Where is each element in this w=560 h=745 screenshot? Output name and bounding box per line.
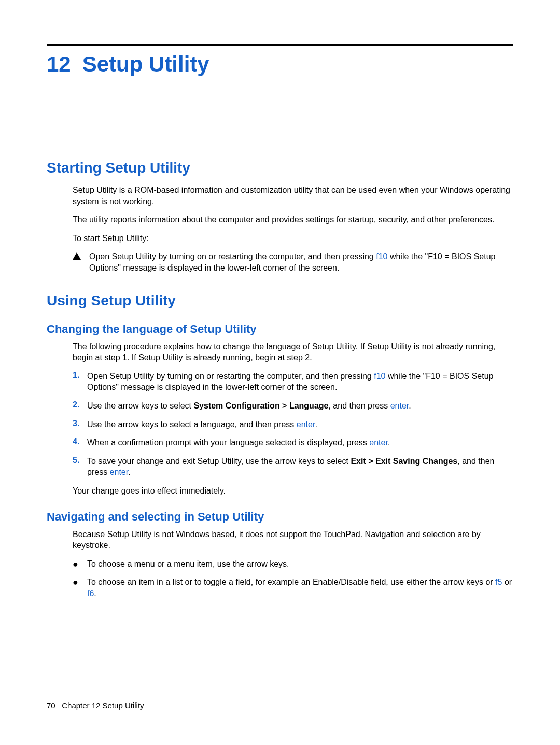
paragraph: Your change goes into effect immediately… <box>73 485 513 497</box>
section-heading-using: Using Setup Utility <box>47 292 513 309</box>
list-item: ●To choose a menu or a menu item, use th… <box>73 558 513 570</box>
text-run: or <box>502 578 512 586</box>
text-run: Use the arrow keys to select <box>87 401 193 410</box>
page-number: 70 <box>47 701 55 710</box>
list-number: 5. <box>73 456 87 465</box>
list-number: 4. <box>73 437 87 446</box>
chapter-title: 12Setup Utility <box>47 52 513 77</box>
list-number: 2. <box>73 400 87 410</box>
text-run: Open Setup Utility by turning on or rest… <box>87 372 374 381</box>
text-run: When a confirmation prompt with your lan… <box>87 438 369 447</box>
text-run: Open Setup Utility by turning on or rest… <box>89 252 376 261</box>
list-item: 1.Open Setup Utility by turning on or re… <box>73 371 513 393</box>
document-page: 12Setup Utility Starting Setup Utility S… <box>0 0 560 745</box>
paragraph: The following procedure explains how to … <box>73 341 513 363</box>
chapter-number: 12 <box>47 52 71 77</box>
triangle-up-icon <box>73 252 81 260</box>
subsection-heading-language: Changing the language of Setup Utility <box>47 322 513 336</box>
text-run: Exit > Exit Saving Changes <box>351 457 457 466</box>
key-name: enter <box>390 401 409 410</box>
text-run: . <box>128 468 130 476</box>
text-run: . <box>409 401 411 410</box>
paragraph: Because Setup Utility is not Windows bas… <box>73 529 513 551</box>
text-run: . <box>94 589 96 598</box>
list-text: When a confirmation prompt with your lan… <box>87 437 513 448</box>
text-run: , and then press <box>328 401 390 410</box>
list-text: Open Setup Utility by turning on or rest… <box>87 371 513 393</box>
bullet-list: ●To choose a menu or a menu item, use th… <box>73 558 513 599</box>
list-item: 4.When a confirmation prompt with your l… <box>73 437 513 448</box>
triangle-step-list: Open Setup Utility by turning on or rest… <box>73 251 513 273</box>
list-item: 5.To save your change and exit Setup Uti… <box>73 456 513 478</box>
list-item: 2.Use the arrow keys to select System Co… <box>73 400 513 412</box>
text-run: To choose an item in a list or to toggle… <box>87 578 495 586</box>
list-number: 1. <box>73 371 87 380</box>
key-name: enter <box>297 420 315 429</box>
ordered-list: 1.Open Setup Utility by turning on or re… <box>73 371 513 478</box>
key-name: f6 <box>87 589 94 598</box>
paragraph: The utility reports information about th… <box>73 214 513 226</box>
step-item: Open Setup Utility by turning on or rest… <box>73 251 513 273</box>
bullet-icon: ● <box>73 577 87 587</box>
page-footer: 70 Chapter 12 Setup Utility <box>47 701 144 710</box>
key-name: enter <box>369 438 388 447</box>
text-run: To choose a menu or a menu item, use the… <box>87 559 289 568</box>
text-run: Use the arrow keys to select a language,… <box>87 420 297 429</box>
bullet-icon: ● <box>73 558 87 569</box>
list-item: ●To choose an item in a list or to toggl… <box>73 577 513 599</box>
list-item: 3.Use the arrow keys to select a languag… <box>73 419 513 430</box>
list-text: To save your change and exit Setup Utili… <box>87 456 513 478</box>
text-run: System Configuration > Language <box>193 401 328 410</box>
text-run: . <box>388 438 390 447</box>
text-run: To save your change and exit Setup Utili… <box>87 457 351 466</box>
list-text: To choose a menu or a menu item, use the… <box>87 558 513 570</box>
list-text: To choose an item in a list or to toggle… <box>87 577 513 599</box>
chapter-name: Setup Utility <box>82 52 209 76</box>
subsection-heading-nav: Navigating and selecting in Setup Utilit… <box>47 510 513 524</box>
key-name: f10 <box>376 252 387 261</box>
list-number: 3. <box>73 419 87 428</box>
footer-chapter-label: Chapter 12 Setup Utility <box>62 701 144 710</box>
horizontal-rule <box>47 44 513 46</box>
paragraph: To start Setup Utility: <box>73 233 513 244</box>
text-run: . <box>315 420 317 429</box>
key-name: enter <box>110 468 129 476</box>
key-name: f5 <box>495 578 502 586</box>
step-text: Open Setup Utility by turning on or rest… <box>89 251 513 273</box>
section-heading-starting: Starting Setup Utility <box>47 160 513 176</box>
list-text: Use the arrow keys to select System Conf… <box>87 400 513 412</box>
list-text: Use the arrow keys to select a language,… <box>87 419 513 430</box>
paragraph: Setup Utility is a ROM-based information… <box>73 185 513 207</box>
key-name: f10 <box>374 372 385 381</box>
